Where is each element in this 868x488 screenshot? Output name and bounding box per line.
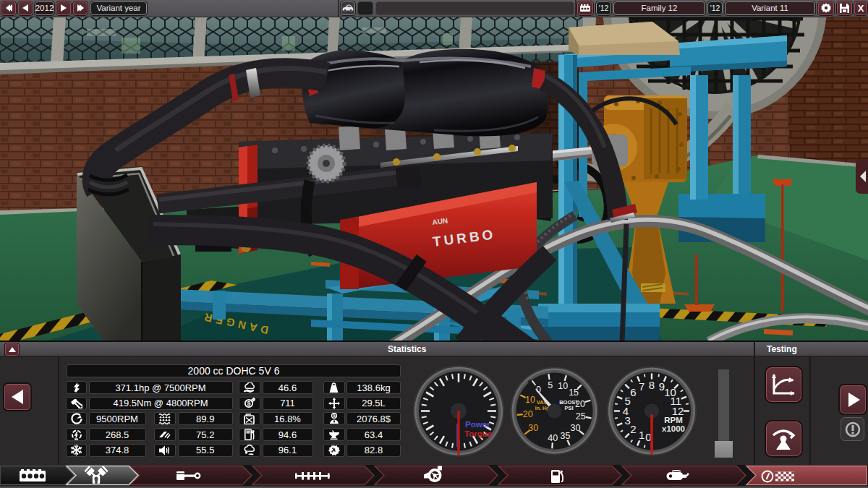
svg-text:5: 5 [548,380,553,390]
svg-text:91: 91 [247,431,250,434]
svg-text:35: 35 [561,431,571,441]
svg-text:6: 6 [630,386,636,398]
svg-text:PSI: PSI [564,405,573,411]
svg-text:$: $ [247,400,250,407]
svg-text:30: 30 [571,423,581,433]
svg-text:40: 40 [548,433,558,443]
svg-text:7: 7 [639,380,644,393]
svg-text:10: 10 [525,395,535,405]
svg-text:Power: Power [465,420,490,429]
svg-text:25: 25 [576,411,586,421]
svg-text:15: 15 [569,388,579,398]
svg-text:30: 30 [528,423,538,433]
svg-text:1: 1 [639,429,644,441]
svg-text:x1000: x1000 [662,424,685,433]
svg-text:$: $ [333,414,336,419]
svg-text:8: 8 [649,379,655,391]
svg-text:RPM: RPM [664,416,683,424]
svg-text:2: 2 [630,423,636,435]
svg-text:20: 20 [523,409,533,419]
svg-text:Torque: Torque [464,429,492,438]
svg-text:10: 10 [558,381,568,391]
svg-text:In. Hg: In. Hg [535,406,549,411]
